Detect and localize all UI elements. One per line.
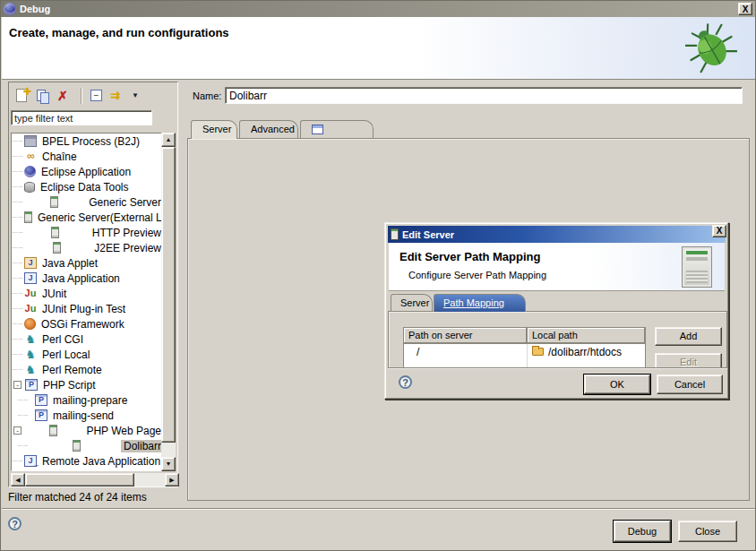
tree-item-label[interactable]: Perl Local xyxy=(39,349,92,361)
tree-item-label[interactable]: Chaîne xyxy=(39,151,80,163)
configurations-tree[interactable]: ┈┈BPEL Process (B2J)┈┈∞Chaîne┈┈Eclipse A… xyxy=(11,133,165,471)
tree-item-label[interactable]: Dolibarr xyxy=(121,440,164,452)
horizontal-scroll-thumb[interactable] xyxy=(25,473,134,486)
tree-item-label[interactable]: OSGi Framework xyxy=(39,318,127,331)
window-close-button[interactable]: X xyxy=(738,3,752,15)
tree-item-label[interactable]: PHP Web Page xyxy=(83,425,164,437)
tree-horizontal-scrollbar[interactable]: ◀ ▶ xyxy=(11,473,179,486)
tree-item-label[interactable]: Java Application xyxy=(39,272,123,285)
new-configuration-icon[interactable]: ✚ xyxy=(14,88,30,104)
tree-item-label[interactable]: HTTP Preview xyxy=(90,227,164,239)
php-script-icon: P xyxy=(25,379,38,391)
filter-configurations-icon[interactable]: ⇉ xyxy=(110,88,126,104)
scroll-down-icon[interactable]: ▼ xyxy=(161,457,176,471)
tree-item-junit-plug-in-test[interactable]: ┈┈JuJUnit Plug-in Test xyxy=(12,301,164,316)
vertical-scroll-thumb[interactable] xyxy=(161,147,176,443)
tree-item-label[interactable]: JUnit xyxy=(39,288,69,300)
tree-item-label[interactable]: Generic Server xyxy=(86,196,164,209)
tab-common[interactable]: Common xyxy=(300,120,374,138)
tree-item-perl-remote[interactable]: ┈┈♞Perl Remote xyxy=(12,362,164,377)
tree-item-mailing-send[interactable]: ┈┈Pmailing-send xyxy=(12,408,164,423)
collapse-expander-icon[interactable]: - xyxy=(13,381,21,389)
dialog-footer: ? OK Cancel xyxy=(388,367,727,398)
dialog-titlebar[interactable]: Edit Server xyxy=(388,226,726,243)
tree-item-label[interactable]: Remote Java Application xyxy=(39,455,163,468)
scroll-up-icon[interactable]: ▲ xyxy=(161,133,176,147)
tree-item-bpel-process-b2j[interactable]: ┈┈BPEL Process (B2J) xyxy=(12,133,164,149)
tree-item-java-applet[interactable]: ┈┈JJava Applet xyxy=(12,255,164,271)
tree-item-generic-server-external-la[interactable]: ┈┈Generic Server(External La xyxy=(12,210,164,225)
tree-item-label[interactable]: JUnit Plug-in Test xyxy=(39,303,128,315)
java-application-icon: J xyxy=(24,272,37,284)
tree-item-dolibarr[interactable]: ┈┈Dolibarr xyxy=(12,438,164,453)
php-script-icon: P xyxy=(35,394,47,406)
tree-item-label[interactable]: Perl Remote xyxy=(39,364,105,376)
table-row[interactable]: / /dolibarr/htdocs xyxy=(404,344,645,359)
dialog-help-icon[interactable]: ? xyxy=(399,375,412,389)
dialog-close-button[interactable]: X xyxy=(712,225,726,237)
duplicate-configuration-icon[interactable] xyxy=(36,88,52,104)
page-title: Create, manage, and run configurations xyxy=(9,26,229,39)
tree-item-php-web-page[interactable]: -PHP Web Page xyxy=(12,423,164,438)
tree-item-php-script[interactable]: -PPHP Script xyxy=(12,377,164,392)
tree-item-label[interactable]: mailing-send xyxy=(50,409,116,422)
tree-connector: ┈┈ xyxy=(12,442,35,451)
tree-item-eclipse-application[interactable]: ┈┈Eclipse Application xyxy=(12,164,164,179)
tree-item-perl-cgi[interactable]: ┈┈♞Perl CGI xyxy=(12,331,164,347)
debug-button[interactable]: Debug xyxy=(614,521,671,542)
tree-item-perl-local[interactable]: ┈┈♞Perl Local xyxy=(12,347,164,362)
cancel-button[interactable]: Cancel xyxy=(657,375,723,394)
window-titlebar[interactable]: Debug xyxy=(1,1,755,17)
path-on-server-cell: / xyxy=(404,344,528,359)
tree-connector: ┈┈ xyxy=(12,213,24,222)
tree-item-eclipse-data-tools[interactable]: ┈┈Eclipse Data Tools xyxy=(12,179,164,194)
delete-configuration-icon[interactable]: ✗ xyxy=(57,88,73,104)
column-path-on-server[interactable]: Path on server xyxy=(404,328,528,344)
tree-item-label[interactable]: PHP Script xyxy=(40,379,98,392)
tree-item-label[interactable]: Eclipse Application xyxy=(39,166,133,178)
tree-item-junit[interactable]: ┈┈JuJUnit xyxy=(12,286,164,301)
tree-item-label[interactable]: BPEL Process (B2J) xyxy=(39,135,142,148)
tree-item-j2ee-preview[interactable]: ┈┈J2EE Preview xyxy=(12,240,164,255)
toolbar-menu-arrow-icon[interactable]: ▼ xyxy=(132,88,148,104)
tree-connector: ┈┈ xyxy=(12,411,35,420)
help-icon[interactable]: ? xyxy=(8,517,21,530)
close-button[interactable]: Close xyxy=(678,521,737,542)
tree-item-cha-ne[interactable]: ┈┈∞Chaîne xyxy=(12,149,164,164)
tree-item-http-preview[interactable]: ┈┈HTTP Preview xyxy=(12,225,164,240)
add-mapping-button[interactable]: Add xyxy=(655,327,722,346)
dialog-tab-server[interactable]: Server xyxy=(391,294,433,312)
column-local-path[interactable]: Local path xyxy=(528,328,645,344)
path-mapping-table[interactable]: Path on server Local path / /dolibarr/ht… xyxy=(403,327,646,369)
tree-item-label[interactable]: Generic Server(External La xyxy=(35,211,165,224)
server-icon xyxy=(24,211,32,223)
filter-input[interactable] xyxy=(11,110,152,125)
tree-item-label[interactable]: Perl CGI xyxy=(39,333,86,346)
collapse-all-icon[interactable]: − xyxy=(89,88,105,104)
tab-server[interactable]: Server xyxy=(191,120,237,139)
tree-item-label[interactable]: J2EE Preview xyxy=(91,242,164,254)
tab-advanced[interactable]: Advanced xyxy=(239,120,298,138)
tree-connector: ┈┈ xyxy=(12,289,24,298)
tree-connector: ┈┈ xyxy=(12,168,24,176)
tree-item-label[interactable]: mailing-prepare xyxy=(50,394,130,407)
name-label: Name: xyxy=(193,90,221,101)
tree-connector: ┈┈ xyxy=(12,396,35,405)
dialog-tab-path-mapping[interactable]: Path Mapping xyxy=(434,294,526,312)
tree-vertical-scrollbar[interactable]: ▲ ▼ xyxy=(161,133,176,471)
tree-item-remote-java-application[interactable]: ┈┈JRemote Java Application xyxy=(12,453,164,469)
scroll-right-icon[interactable]: ▶ xyxy=(165,473,179,486)
tree-item-label[interactable]: Java Applet xyxy=(39,257,100,270)
common-tab-icon xyxy=(312,125,323,134)
tree-item-label[interactable]: Eclipse Data Tools xyxy=(38,181,132,194)
scroll-left-icon[interactable]: ◀ xyxy=(11,473,25,486)
chain-icon: ∞ xyxy=(24,151,37,162)
name-input[interactable] xyxy=(225,87,743,104)
tree-item-generic-server[interactable]: ┈┈Generic Server xyxy=(12,194,164,210)
tree-item-osgi-framework[interactable]: ┈┈OSGi Framework xyxy=(12,316,164,331)
tree-item-mailing-prepare[interactable]: ┈┈Pmailing-prepare xyxy=(12,392,164,408)
ok-button[interactable]: OK xyxy=(584,375,650,394)
tree-item-java-application[interactable]: ┈┈JJava Application xyxy=(12,271,164,286)
collapse-expander-icon[interactable]: - xyxy=(13,426,21,435)
php-script-icon: P xyxy=(35,409,47,421)
